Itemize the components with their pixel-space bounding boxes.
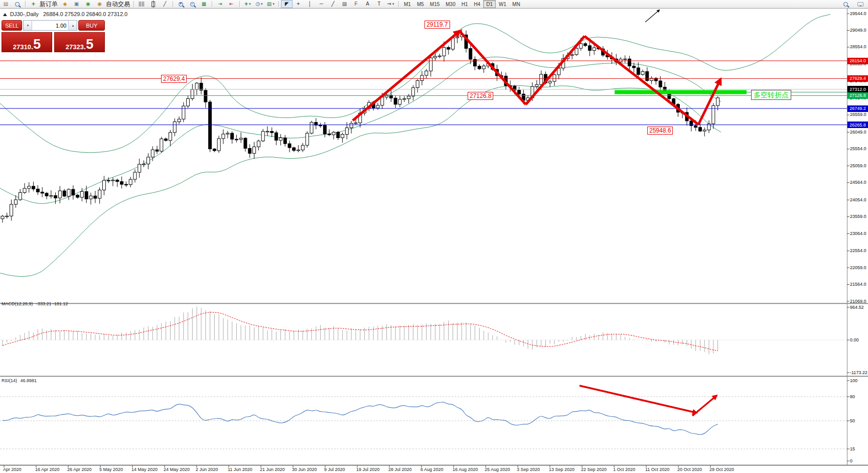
chart-shift-icon[interactable]: ⇤ bbox=[226, 0, 237, 8]
price-axis-tick: 21564.0 bbox=[850, 282, 866, 287]
toolbar-group: +-▦ bbox=[175, 0, 210, 8]
date-axis-label: Apr 2020 bbox=[3, 467, 22, 472]
toolbar-group: +▾◷▾▧▾ bbox=[242, 0, 276, 8]
ohlc-values: 26884.0 27529.0 26840.0 27312.0 bbox=[43, 11, 127, 17]
indicators-add-icon[interactable]: +▾ bbox=[242, 0, 253, 8]
date-axis-label: 3 Sep 2020 bbox=[517, 467, 540, 472]
sell-price-panel[interactable]: 27310 . 5 bbox=[2, 32, 52, 52]
timeframe-m30-button[interactable]: M30 bbox=[443, 0, 458, 8]
toolbar-separator bbox=[278, 1, 279, 7]
periods-icon[interactable]: ◷▾ bbox=[253, 0, 265, 8]
date-axis-label: 21 Jun 2020 bbox=[260, 467, 285, 472]
one-click-collapse-icon[interactable] bbox=[3, 13, 7, 16]
main-toolbar: ▤+新订单◆▣◉◉自动交易╱+-▦⇥⇤+▾◷▾▧▾◤+│─╱▨FAT⇝▾M1M5… bbox=[0, 0, 868, 9]
price-axis-tick: 29544.0 bbox=[850, 11, 866, 16]
crosshair-icon[interactable]: + bbox=[293, 0, 304, 8]
toolbar-separator bbox=[173, 1, 173, 7]
bar-chart-mode-icon[interactable] bbox=[136, 0, 148, 8]
price-axis-tick: 26049.0 bbox=[850, 130, 866, 135]
horizontal-line-icon[interactable]: ─ bbox=[316, 0, 327, 8]
date-axis-label: 2 Jun 2020 bbox=[196, 467, 218, 472]
sell-button[interactable]: SELL bbox=[2, 20, 22, 31]
timeframe-m15-button[interactable]: M15 bbox=[427, 0, 443, 8]
vertical-line-icon[interactable]: │ bbox=[304, 0, 316, 8]
date-axis-label: 9 Jul 2020 bbox=[324, 467, 345, 472]
chart-title: DJ30-,Daily 26884.0 27529.0 26840.0 2731… bbox=[3, 11, 127, 17]
price-annotation-27629.4[interactable]: 27629.4 bbox=[161, 75, 187, 83]
price-axis-tick: 29049.0 bbox=[850, 28, 866, 33]
text-label-icon[interactable]: T bbox=[373, 0, 385, 8]
timeframe-w1-button[interactable]: W1 bbox=[496, 0, 509, 8]
date-axis-label: 11 Oct 2020 bbox=[645, 467, 669, 472]
fibonacci-icon[interactable]: F bbox=[350, 0, 362, 8]
timeframe-d1-button[interactable]: D1 bbox=[483, 0, 496, 8]
price-axis-tick: 28554.0 bbox=[850, 44, 866, 49]
cursor-icon[interactable]: ◤ bbox=[281, 0, 293, 8]
arrows-tool-icon[interactable]: ⇝▾ bbox=[385, 0, 396, 8]
date-axis-label: 24 May 2020 bbox=[164, 467, 190, 472]
toolbar-separator bbox=[25, 1, 26, 7]
pivot-annotation-label[interactable]: 多空转折点 bbox=[751, 90, 791, 100]
price-annotation-25948.6[interactable]: 25948.6 bbox=[647, 127, 673, 135]
text-icon[interactable]: A bbox=[362, 0, 373, 8]
date-axis-label: 19 Jul 2020 bbox=[356, 467, 380, 472]
date-axis-label: 11 Jun 2020 bbox=[228, 467, 252, 472]
zoom-in-icon[interactable]: + bbox=[175, 0, 187, 8]
symbol-period-label: DJ30-,Daily bbox=[10, 11, 39, 17]
date-axis-label: 14 May 2020 bbox=[131, 467, 158, 472]
timeframe-m1-button[interactable]: M1 bbox=[401, 0, 414, 8]
trendline-icon[interactable]: ╱ bbox=[327, 0, 339, 8]
date-axis-label: 5 May 2020 bbox=[99, 467, 123, 472]
date-axis-label: 28 Jul 2020 bbox=[388, 467, 412, 472]
price-badge-27629.4: 27629.4 bbox=[847, 75, 868, 82]
search-icon[interactable] bbox=[840, 0, 851, 8]
new-chart-icon[interactable]: ▤ bbox=[0, 0, 12, 8]
candle-chart-mode-icon[interactable] bbox=[148, 0, 159, 8]
timeframe-group: M1M5M15M30H1H4D1W1MN bbox=[401, 0, 523, 8]
timeframe-mn-button[interactable]: MN bbox=[509, 0, 523, 8]
equidistant-channel-icon[interactable]: ▨ bbox=[339, 0, 350, 8]
toolbar-separator bbox=[398, 1, 399, 7]
new-order-label[interactable]: 新订单 bbox=[40, 0, 58, 9]
buy-price-panel[interactable]: 27323 . 5 bbox=[54, 32, 105, 52]
price-annotation-27126.8[interactable]: 27126.8 bbox=[468, 92, 493, 100]
timeframe-h1-button[interactable]: H1 bbox=[459, 0, 471, 8]
price-axis-tick: 23064.0 bbox=[850, 231, 866, 236]
volume-down-button[interactable]: ▼ bbox=[24, 21, 32, 30]
macd-scale-tick: 0.00 bbox=[850, 337, 859, 342]
price-axis-tick: 22554.0 bbox=[850, 248, 866, 253]
auto-trading-button[interactable]: ◉ bbox=[94, 0, 105, 8]
price-badge-28154.0: 28154.0 bbox=[847, 58, 868, 64]
eraser-icon[interactable]: ◆ bbox=[59, 0, 71, 8]
chart-preview-icon[interactable] bbox=[12, 0, 23, 8]
chat-icon[interactable] bbox=[854, 0, 866, 8]
zoom-out-icon[interactable]: - bbox=[187, 0, 198, 8]
price-annotation-29119.7[interactable]: 29119.7 bbox=[424, 21, 450, 29]
timeframe-m5-button[interactable]: M5 bbox=[414, 0, 427, 8]
date-axis-label: 6 Aug 2020 bbox=[420, 467, 444, 472]
rsi-scale-tick: 50 bbox=[850, 418, 855, 423]
macd-scale-tick: 964.52 bbox=[850, 305, 864, 310]
price-badge-26265.8: 26265.8 bbox=[847, 122, 868, 128]
toolbar-group: ⇥⇤ bbox=[214, 0, 237, 8]
line-chart-mode-icon[interactable]: ╱ bbox=[159, 0, 171, 8]
tile-windows-icon[interactable]: ▦ bbox=[198, 0, 210, 8]
rsi-scale-tick: 100 bbox=[850, 378, 857, 383]
price-badge-27312.0: 27312.0 bbox=[847, 86, 868, 92]
expert-advisors-icon[interactable]: ▣ bbox=[71, 0, 82, 8]
chart-surface[interactable] bbox=[0, 0, 868, 473]
volume-field[interactable]: 1.00 bbox=[32, 21, 68, 30]
price-axis-tick: 21069.0 bbox=[850, 299, 866, 304]
buy-button[interactable]: BUY bbox=[78, 20, 105, 31]
price-axis-tick: 25059.0 bbox=[850, 163, 866, 168]
toolbar-group: ▤ bbox=[0, 0, 23, 8]
macd-scale-tick: -1173.22 bbox=[850, 370, 867, 375]
signals-icon[interactable]: ◉ bbox=[82, 0, 94, 8]
new-order-button[interactable]: + bbox=[28, 0, 39, 8]
templates-icon[interactable]: ▧▾ bbox=[265, 0, 276, 8]
auto-scroll-icon[interactable]: ⇥ bbox=[214, 0, 226, 8]
price-axis-tick: 24564.0 bbox=[850, 180, 866, 185]
timeframe-h4-button[interactable]: H4 bbox=[471, 0, 484, 8]
volume-up-button[interactable]: ▲ bbox=[68, 21, 77, 30]
auto-trading-label[interactable]: 自动交易 bbox=[106, 0, 130, 9]
